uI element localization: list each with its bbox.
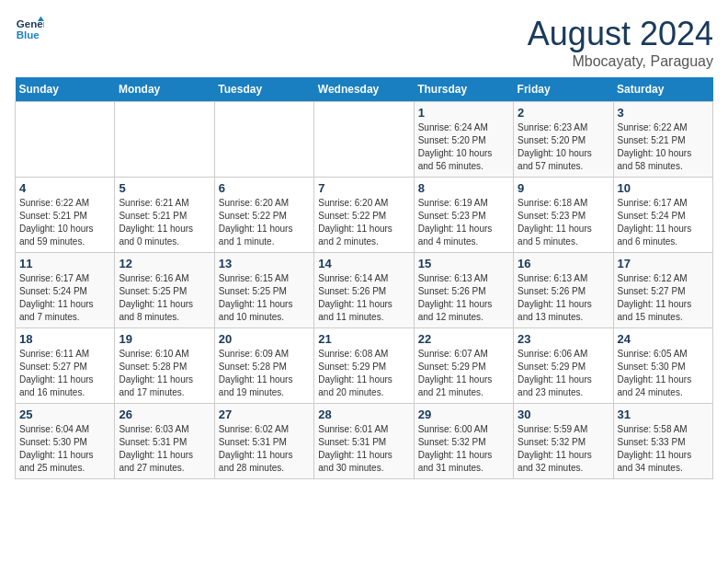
day-number: 27 <box>219 408 310 421</box>
day-info: Sunrise: 5:58 AMSunset: 5:33 PMDaylight:… <box>618 423 709 475</box>
logo-icon: General Blue <box>15 15 44 44</box>
day-number: 7 <box>318 181 409 195</box>
day-cell-3-6: 24Sunrise: 6:05 AMSunset: 5:30 PMDayligh… <box>613 328 712 404</box>
day-number: 22 <box>418 332 509 346</box>
day-info: Sunrise: 6:20 AMSunset: 5:22 PMDaylight:… <box>318 197 409 248</box>
day-cell-1-6: 10Sunrise: 6:17 AMSunset: 5:24 PMDayligh… <box>613 178 712 253</box>
day-number: 11 <box>19 257 110 270</box>
day-info: Sunrise: 6:06 AMSunset: 5:29 PMDaylight:… <box>518 348 609 399</box>
day-number: 8 <box>418 181 509 195</box>
day-number: 31 <box>618 408 709 421</box>
header-thursday: Thursday <box>414 77 513 102</box>
day-cell-0-3 <box>314 102 414 178</box>
day-info: Sunrise: 6:13 AMSunset: 5:26 PMDaylight:… <box>518 272 609 324</box>
day-number: 6 <box>219 181 310 195</box>
logo: General Blue <box>15 15 44 44</box>
day-cell-0-4: 1Sunrise: 6:24 AMSunset: 5:20 PMDaylight… <box>414 102 513 178</box>
day-cell-2-1: 12Sunrise: 6:16 AMSunset: 5:25 PMDayligh… <box>115 253 214 328</box>
day-info: Sunrise: 6:00 AMSunset: 5:32 PMDaylight:… <box>418 423 509 475</box>
day-cell-4-2: 27Sunrise: 6:02 AMSunset: 5:31 PMDayligh… <box>214 404 313 479</box>
day-cell-1-5: 9Sunrise: 6:18 AMSunset: 5:23 PMDaylight… <box>514 178 613 253</box>
day-cell-2-0: 11Sunrise: 6:17 AMSunset: 5:24 PMDayligh… <box>16 253 115 328</box>
day-info: Sunrise: 6:14 AMSunset: 5:26 PMDaylight:… <box>318 272 409 324</box>
day-cell-4-5: 30Sunrise: 5:59 AMSunset: 5:32 PMDayligh… <box>514 404 613 479</box>
day-cell-3-3: 21Sunrise: 6:08 AMSunset: 5:29 PMDayligh… <box>314 328 414 404</box>
header-saturday: Saturday <box>613 77 712 102</box>
day-number: 2 <box>518 106 609 120</box>
day-info: Sunrise: 6:01 AMSunset: 5:31 PMDaylight:… <box>318 423 409 475</box>
day-number: 18 <box>19 332 110 346</box>
day-cell-2-2: 13Sunrise: 6:15 AMSunset: 5:25 PMDayligh… <box>214 253 313 328</box>
day-cell-0-1 <box>115 102 214 178</box>
calendar-table: Sunday Monday Tuesday Wednesday Thursday… <box>15 77 713 479</box>
day-info: Sunrise: 6:08 AMSunset: 5:29 PMDaylight:… <box>318 348 409 399</box>
day-number: 25 <box>19 408 110 421</box>
day-cell-4-0: 25Sunrise: 6:04 AMSunset: 5:30 PMDayligh… <box>16 404 115 479</box>
day-cell-0-6: 3Sunrise: 6:22 AMSunset: 5:21 PMDaylight… <box>613 102 712 178</box>
calendar-header-row: Sunday Monday Tuesday Wednesday Thursday… <box>16 77 713 102</box>
day-number: 14 <box>318 257 409 270</box>
day-number: 5 <box>119 181 210 195</box>
header-wednesday: Wednesday <box>314 77 414 102</box>
header-friday: Friday <box>514 77 613 102</box>
day-info: Sunrise: 6:22 AMSunset: 5:21 PMDaylight:… <box>618 121 709 173</box>
day-number: 20 <box>219 332 310 346</box>
day-number: 24 <box>618 332 709 346</box>
day-cell-2-5: 16Sunrise: 6:13 AMSunset: 5:26 PMDayligh… <box>514 253 613 328</box>
week-row-1: 1Sunrise: 6:24 AMSunset: 5:20 PMDaylight… <box>16 102 713 178</box>
day-info: Sunrise: 6:24 AMSunset: 5:20 PMDaylight:… <box>418 121 509 173</box>
day-number: 21 <box>318 332 409 346</box>
day-info: Sunrise: 6:16 AMSunset: 5:25 PMDaylight:… <box>119 272 210 324</box>
day-info: Sunrise: 6:05 AMSunset: 5:30 PMDaylight:… <box>618 348 709 399</box>
day-cell-1-1: 5Sunrise: 6:21 AMSunset: 5:21 PMDaylight… <box>115 178 214 253</box>
day-info: Sunrise: 6:20 AMSunset: 5:22 PMDaylight:… <box>219 197 310 248</box>
header-monday: Monday <box>115 77 214 102</box>
day-number: 28 <box>318 408 409 421</box>
day-info: Sunrise: 6:02 AMSunset: 5:31 PMDaylight:… <box>219 423 310 475</box>
day-number: 30 <box>518 408 609 421</box>
day-cell-1-3: 7Sunrise: 6:20 AMSunset: 5:22 PMDaylight… <box>314 178 414 253</box>
day-info: Sunrise: 6:10 AMSunset: 5:28 PMDaylight:… <box>119 348 210 399</box>
day-info: Sunrise: 6:09 AMSunset: 5:28 PMDaylight:… <box>219 348 310 399</box>
day-info: Sunrise: 6:13 AMSunset: 5:26 PMDaylight:… <box>418 272 509 324</box>
day-number: 15 <box>418 257 509 270</box>
week-row-2: 4Sunrise: 6:22 AMSunset: 5:21 PMDaylight… <box>16 178 713 253</box>
title-block: August 2024 Mbocayaty, Paraguay <box>528 15 713 70</box>
day-info: Sunrise: 6:18 AMSunset: 5:23 PMDaylight:… <box>518 197 609 248</box>
day-info: Sunrise: 6:19 AMSunset: 5:23 PMDaylight:… <box>418 197 509 248</box>
day-info: Sunrise: 6:03 AMSunset: 5:31 PMDaylight:… <box>119 423 210 475</box>
header-tuesday: Tuesday <box>214 77 313 102</box>
day-cell-3-2: 20Sunrise: 6:09 AMSunset: 5:28 PMDayligh… <box>214 328 313 404</box>
day-number: 16 <box>518 257 609 270</box>
main-title: August 2024 <box>528 15 713 53</box>
day-info: Sunrise: 5:59 AMSunset: 5:32 PMDaylight:… <box>518 423 609 475</box>
day-number: 10 <box>618 181 709 195</box>
day-info: Sunrise: 6:17 AMSunset: 5:24 PMDaylight:… <box>19 272 110 324</box>
day-info: Sunrise: 6:17 AMSunset: 5:24 PMDaylight:… <box>618 197 709 248</box>
day-number: 13 <box>219 257 310 270</box>
day-info: Sunrise: 6:12 AMSunset: 5:27 PMDaylight:… <box>618 272 709 324</box>
day-cell-4-1: 26Sunrise: 6:03 AMSunset: 5:31 PMDayligh… <box>115 404 214 479</box>
day-info: Sunrise: 6:21 AMSunset: 5:21 PMDaylight:… <box>119 197 210 248</box>
day-number: 4 <box>19 181 110 195</box>
day-number: 12 <box>119 257 210 270</box>
day-cell-2-6: 17Sunrise: 6:12 AMSunset: 5:27 PMDayligh… <box>613 253 712 328</box>
day-cell-0-0 <box>16 102 115 178</box>
day-number: 1 <box>418 106 509 120</box>
day-info: Sunrise: 6:11 AMSunset: 5:27 PMDaylight:… <box>19 348 110 399</box>
day-cell-1-4: 8Sunrise: 6:19 AMSunset: 5:23 PMDaylight… <box>414 178 513 253</box>
subtitle: Mbocayaty, Paraguay <box>528 53 713 70</box>
day-info: Sunrise: 6:15 AMSunset: 5:25 PMDaylight:… <box>219 272 310 324</box>
svg-text:Blue: Blue <box>17 29 40 40</box>
page-header: General Blue August 2024 Mbocayaty, Para… <box>15 15 713 70</box>
day-number: 9 <box>518 181 609 195</box>
day-cell-0-5: 2Sunrise: 6:23 AMSunset: 5:20 PMDaylight… <box>514 102 613 178</box>
day-cell-1-0: 4Sunrise: 6:22 AMSunset: 5:21 PMDaylight… <box>16 178 115 253</box>
day-info: Sunrise: 6:23 AMSunset: 5:20 PMDaylight:… <box>518 121 609 173</box>
week-row-5: 25Sunrise: 6:04 AMSunset: 5:30 PMDayligh… <box>16 404 713 479</box>
day-cell-1-2: 6Sunrise: 6:20 AMSunset: 5:22 PMDaylight… <box>214 178 313 253</box>
day-info: Sunrise: 6:22 AMSunset: 5:21 PMDaylight:… <box>19 197 110 248</box>
day-cell-0-2 <box>214 102 313 178</box>
header-sunday: Sunday <box>16 77 115 102</box>
day-cell-4-3: 28Sunrise: 6:01 AMSunset: 5:31 PMDayligh… <box>314 404 414 479</box>
